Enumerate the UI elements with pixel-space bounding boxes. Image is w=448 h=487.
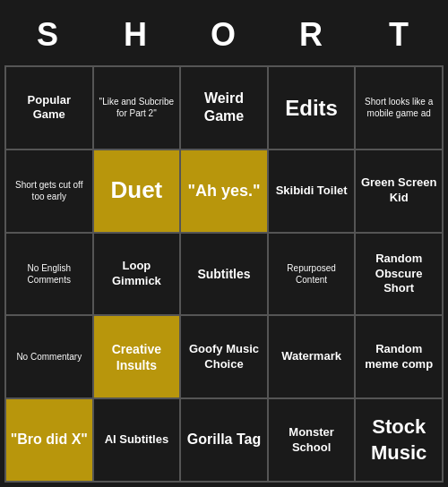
cell-1-4[interactable]: Green Screen Kid — [356, 150, 444, 234]
bingo-card: S H O R T Popular Game "Like and Subcrib… — [4, 4, 444, 483]
cell-0-1[interactable]: "Like and Subcribe for Part 2" — [94, 67, 182, 150]
cell-1-2[interactable]: "Ah yes." — [181, 150, 269, 234]
header-o: O — [180, 4, 268, 65]
header-t: T — [356, 4, 444, 65]
cell-2-0[interactable]: No English Comments — [6, 234, 94, 317]
cell-0-2[interactable]: Weird Game — [181, 67, 269, 150]
cell-4-4[interactable]: Stock Music — [356, 399, 444, 483]
cell-2-1[interactable]: Loop Gimmick — [94, 234, 182, 317]
cell-3-0[interactable]: No Commentary — [6, 316, 94, 399]
header-h: H — [92, 4, 180, 65]
cell-2-3[interactable]: Repurposed Content — [269, 234, 357, 317]
cell-4-2[interactable]: Gorilla Tag — [181, 399, 269, 483]
cell-1-0[interactable]: Short gets cut off too early — [6, 150, 94, 234]
cell-4-0[interactable]: "Bro did X" — [6, 399, 94, 483]
header-s: S — [4, 4, 92, 65]
cell-0-3[interactable]: Edits — [269, 67, 357, 150]
cell-3-3[interactable]: Watermark — [269, 316, 357, 399]
cell-1-1[interactable]: Duet — [94, 150, 182, 234]
cell-3-4[interactable]: Random meme comp — [356, 316, 444, 399]
bingo-grid: Popular Game "Like and Subcribe for Part… — [4, 65, 444, 483]
bingo-header: S H O R T — [4, 4, 444, 65]
header-r: R — [268, 4, 356, 65]
cell-4-1[interactable]: AI Subtitles — [94, 399, 182, 483]
cell-0-0[interactable]: Popular Game — [6, 67, 94, 150]
cell-1-3[interactable]: Skibidi Toilet — [269, 150, 357, 234]
cell-2-2[interactable]: Subtitles — [181, 234, 269, 317]
cell-0-4[interactable]: Short looks like a mobile game ad — [356, 67, 444, 150]
cell-3-2[interactable]: Goofy Music Choice — [181, 316, 269, 399]
cell-3-1[interactable]: Creative Insults — [94, 316, 182, 399]
cell-4-3[interactable]: Monster School — [269, 399, 357, 483]
cell-2-4[interactable]: Random Obscure Short — [356, 234, 444, 317]
